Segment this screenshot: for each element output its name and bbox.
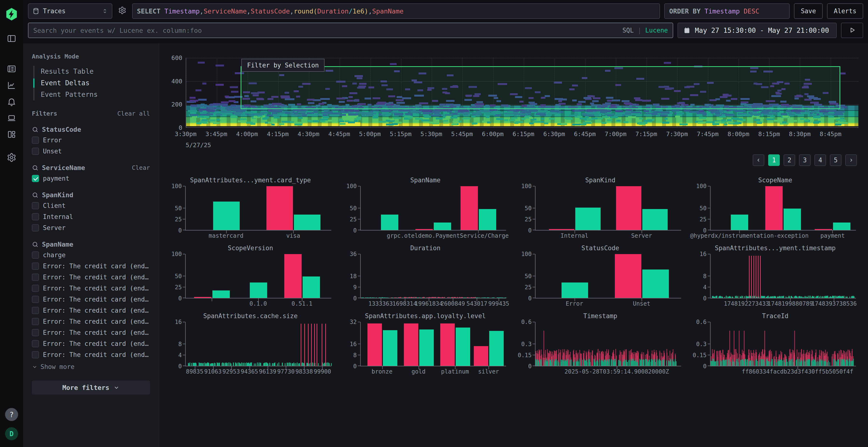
filter-checkbox[interactable] [32,318,39,325]
lucene-mode-option[interactable]: Lucene [645,27,668,34]
chart-stroke [720,360,721,366]
chart-title: StatusCode [520,244,681,253]
heatmap-cell [594,114,599,116]
chart-spike [758,256,758,298]
heatmap-selection[interactable]: Filter by Selection [241,66,840,109]
select-clause-input[interactable]: SELECT Timestamp,ServiceName,StatusCode,… [132,3,660,19]
filter-checkbox[interactable] [32,224,39,232]
show-more-label: Show more [40,363,74,370]
filter-option[interactable]: Error: The credit card (end… [32,262,150,270]
run-query-button[interactable] [841,23,863,38]
filter-by-selection-button[interactable]: Filter by Selection [241,59,324,72]
search-input[interactable]: Search your events w/ Lucene ex. column:… [28,23,673,38]
filter-group-clear-link[interactable]: Clear [132,164,150,171]
clear-all-link[interactable]: Clear all [117,110,150,117]
filter-checkbox[interactable] [32,329,39,336]
filter-option[interactable]: Error: The credit card (end… [32,273,150,281]
pagination-page-button[interactable]: 3 [799,154,811,166]
chart-stroke [803,297,804,298]
heatmap-x-tick-label: 6:00pm [482,131,503,138]
search-icon[interactable] [32,241,38,248]
pagination-page-button[interactable]: 2 [784,154,795,166]
filter-option[interactable]: Error: The credit card (end… [32,284,150,293]
pagination-next-button[interactable] [845,154,857,166]
charts-area: 6004002000 Filter by Selection 3:30pm3:4… [159,43,868,447]
order-by-input[interactable]: ORDER BY Timestamp DESC [664,3,789,19]
alerts-button[interactable]: Alerts [827,3,863,19]
filter-checkbox[interactable] [32,263,39,270]
filter-option[interactable]: Error: The credit card (end… [32,317,150,325]
pagination-page-button[interactable]: 1 [768,154,780,166]
chart-stroke [451,297,452,298]
sql-mode-option[interactable]: SQL [622,27,633,34]
filter-checkbox[interactable] [32,274,39,281]
filter-option[interactable]: Server [32,224,150,232]
dashboards-icon[interactable] [7,130,17,139]
logo-icon[interactable] [5,7,19,21]
filter-checkbox[interactable] [32,175,39,182]
pagination-page-button[interactable]: 4 [814,154,826,166]
analysis-mode-item[interactable]: Event Deltas [34,77,150,89]
chart-plot [360,254,506,299]
chart-bar-green [575,208,600,230]
filter-checkbox[interactable] [32,307,39,314]
chart-x-tick-label: payment [820,232,845,239]
panels-icon[interactable] [7,34,17,43]
sessions-laptop-icon[interactable] [7,113,17,123]
search-icon[interactable] [32,165,38,171]
search-icon[interactable] [32,126,38,133]
chart-y-axis: 10050250 [170,254,185,299]
date-range-picker[interactable]: May 27 15:30:00 - May 27 21:00:00 [678,23,837,38]
filter-option-label: Error: The credit card (end… [43,307,149,314]
filter-option[interactable]: Error: The credit card (end… [32,306,150,314]
chart-stroke [835,296,836,298]
save-button[interactable]: Save [794,3,823,19]
source-select[interactable]: Traces [28,3,112,19]
filter-option[interactable]: Client [32,202,150,210]
avatar[interactable]: D [5,427,18,440]
filter-checkbox[interactable] [32,296,39,303]
show-more-link[interactable]: Show more [32,363,150,370]
chart-spike [314,324,315,366]
help-button[interactable]: ? [5,408,18,421]
filter-checkbox[interactable] [32,340,39,347]
analysis-mode-item[interactable]: Results Table [34,66,150,77]
pagination-prev-button[interactable] [753,154,764,166]
chart-stroke [452,297,453,298]
filter-checkbox[interactable] [32,213,39,220]
chart-stroke [794,297,795,298]
query-language-toggle[interactable]: SQL | Lucene [622,27,668,34]
filter-option[interactable]: Error: The credit card (end… [32,329,150,337]
chart-stroke [774,358,774,366]
filter-option[interactable]: Error: The credit card (end… [32,295,150,304]
more-filters-button[interactable]: More filters [32,381,150,394]
filter-checkbox[interactable] [32,251,39,259]
logs-icon[interactable] [7,64,17,74]
filter-option[interactable]: Unset [32,147,150,156]
filter-checkbox[interactable] [32,137,39,144]
filter-checkbox[interactable] [32,202,39,209]
alerts-bell-icon[interactable] [7,97,17,106]
delta-chart: SpanAttributes...yment.timestamp16840174… [695,244,856,309]
line-chart-icon[interactable] [7,80,17,90]
filter-option[interactable]: Error: The credit card (end… [32,340,150,348]
chart-y-tick [183,366,185,366]
search-icon[interactable] [32,192,38,199]
filter-option[interactable]: Error [32,136,150,144]
filter-checkbox[interactable] [32,285,39,292]
source-settings-button[interactable] [117,3,128,19]
heatmap-x-tick-label: 7:30pm [666,131,688,138]
filter-option[interactable]: Error: The credit card (end… [32,351,150,359]
filter-checkbox[interactable] [32,351,39,358]
heatmap-cell [458,110,468,112]
chart-stroke [240,364,241,366]
filter-checkbox[interactable] [32,148,39,155]
filter-option[interactable]: Internal [32,213,150,221]
filter-option[interactable]: payment [32,174,150,182]
settings-gear-icon[interactable] [7,153,17,162]
pagination-page-button[interactable]: 5 [830,154,841,166]
filter-option[interactable]: charge [32,251,150,259]
heatmap-plot[interactable]: Filter by Selection [186,58,858,128]
chart-stroke [223,363,224,366]
analysis-mode-item[interactable]: Event Patterns [34,89,150,100]
